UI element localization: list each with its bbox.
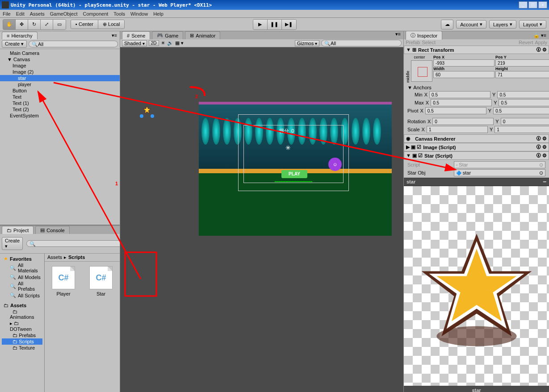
asset-player[interactable]: C#Player	[49, 266, 78, 296]
min-x-field[interactable]	[429, 91, 490, 98]
folder-dotween[interactable]: ▸ 🗀 DOTween	[2, 320, 42, 332]
menu-gameobject[interactable]: GameObject	[50, 11, 78, 17]
scene-search-input[interactable]: 🔍All	[321, 40, 402, 46]
star-component-header[interactable]: ▼ ▣ ☑ Star (Script)🛈 ⚙	[404, 151, 549, 160]
hierarchy-item-image[interactable]: Image	[0, 63, 120, 69]
canvas-renderer-header[interactable]: ◉ Canvas Renderer🛈 ⚙	[404, 134, 549, 143]
asset-star[interactable]: C#Star	[87, 266, 115, 296]
minimize-button[interactable]: _	[519, 1, 528, 8]
fx-icon[interactable]: ▦ ▾	[175, 40, 184, 46]
scene-view[interactable]: ☺ 得分 0 ✳ PLAY ▪▪▪▪▪▪▪▪▪▪▪▪▪▪▪▪▪▪▪▪▪▪▪▪▪▪…	[120, 47, 403, 392]
hierarchy-item-star[interactable]: star	[0, 75, 120, 81]
pivot-x-field[interactable]	[425, 107, 486, 114]
layout-dropdown[interactable]: Layout ▾	[519, 20, 546, 29]
close-button[interactable]: ×	[538, 1, 547, 8]
hierarchy-item-image--2-[interactable]: Image (2)	[0, 69, 120, 75]
hierarchy-item-text--2-[interactable]: Text (2)	[0, 106, 120, 113]
rect-tool[interactable]: ▭	[53, 20, 66, 29]
project-tab[interactable]: 🗀 Project	[2, 226, 34, 234]
scene-tab[interactable]: # Scene	[122, 31, 150, 39]
posy-field[interactable]	[495, 59, 549, 67]
width-field[interactable]	[433, 71, 495, 78]
rot-x-field[interactable]	[432, 118, 494, 125]
hierarchy-item-button[interactable]: Button	[0, 88, 120, 94]
hierarchy-search-input[interactable]: 🔍All	[29, 41, 118, 47]
anchors-label[interactable]: Anchors	[413, 85, 431, 90]
pause-button[interactable]: ❚❚	[268, 20, 282, 29]
max-x-field[interactable]	[431, 99, 492, 106]
hierarchy-tab[interactable]: ≡ Hierarchy	[2, 32, 38, 39]
account-dropdown[interactable]: Account ▾	[456, 20, 486, 29]
rect-transform-header[interactable]: ▼ ⊞ Rect Transform🛈 ⚙	[404, 46, 549, 54]
menu-file[interactable]: File	[3, 11, 11, 17]
favorite-all-materials[interactable]: 🔍All Materials	[2, 262, 42, 274]
starobj-field[interactable]: 🔷 star⊙	[454, 169, 545, 176]
scl-y-field[interactable]	[495, 126, 549, 133]
star-gizmo[interactable]	[142, 105, 151, 114]
menu-component[interactable]: Component	[83, 11, 108, 17]
scene-menu-icon[interactable]: ▾≡	[393, 31, 403, 39]
prefab-select[interactable]: Select	[422, 40, 436, 45]
lighting-icon[interactable]: ☀	[161, 40, 165, 46]
posx-field[interactable]	[433, 59, 495, 67]
folder-prefabs[interactable]: 🗀 Prefabs	[2, 332, 42, 338]
assets-folder[interactable]: 🗀 Assets	[2, 302, 42, 309]
prefab-revert[interactable]: Revert	[519, 40, 533, 45]
hand-tool[interactable]: ✋	[3, 20, 16, 29]
favorite-all-scripts[interactable]: 🔍All Scripts	[2, 292, 42, 299]
step-button[interactable]: ▶❚	[282, 20, 296, 29]
prefab-apply[interactable]: Apply	[535, 40, 547, 45]
audio-icon[interactable]: 🔊	[167, 40, 173, 46]
breadcrumb-scripts[interactable]: Scripts	[68, 254, 85, 260]
script-field[interactable]: ▫ Star⊙	[454, 161, 545, 168]
hierarchy-item-player[interactable]: player	[0, 81, 120, 88]
scl-x-field[interactable]	[427, 126, 488, 133]
hierarchy-item-eventsystem[interactable]: EventSystem	[0, 113, 120, 119]
pivot-center-toggle[interactable]: ▪ Center	[71, 20, 98, 29]
local-global-toggle[interactable]: ⊕ Local	[98, 20, 124, 29]
menu-help[interactable]: Help	[153, 11, 163, 17]
gizmos-dropdown[interactable]: Gizmos ▾	[295, 40, 319, 46]
cloud-button[interactable]: ☁	[441, 20, 453, 29]
height-field[interactable]	[495, 71, 549, 78]
preview-header[interactable]: star ━	[404, 178, 549, 186]
animator-tab[interactable]: ⊞ Animator	[185, 31, 220, 39]
move-tool[interactable]: ✥	[16, 20, 28, 29]
play-button[interactable]: ▶	[253, 20, 268, 29]
breadcrumb-assets[interactable]: Assets	[47, 254, 62, 260]
inspector-tab[interactable]: ⓘ Inspector	[406, 31, 442, 40]
menu-window[interactable]: Window	[130, 11, 148, 17]
project-create-button[interactable]: Create ▾	[2, 237, 23, 250]
inspector-menu-icon[interactable]: 🔒 ▾≡	[531, 33, 549, 38]
2d-toggle[interactable]: 2D	[149, 40, 159, 46]
shaded-dropdown[interactable]: Shaded ▾	[122, 40, 147, 46]
menu-edit[interactable]: Edit	[16, 11, 25, 17]
anchor-presets-button[interactable]	[411, 60, 432, 82]
scale-tool[interactable]: ⤢	[41, 20, 53, 29]
hierarchy-item-text--1-[interactable]: Text (1)	[0, 100, 120, 106]
favorite-all-models[interactable]: 🔍All Models	[2, 274, 42, 280]
menu-tools[interactable]: Tools	[113, 11, 125, 17]
layers-dropdown[interactable]: Layers ▾	[489, 20, 516, 29]
game-tab[interactable]: 🎮 Game	[152, 31, 183, 39]
console-tab[interactable]: ▤ Console	[35, 226, 69, 234]
image-component-header[interactable]: ▶ ▣ ☑ Image (Script)🛈 ⚙	[404, 143, 549, 151]
hierarchy-create-button[interactable]: Create ▾	[2, 40, 27, 48]
folder-scripts[interactable]: 🗀 Scripts	[2, 338, 42, 345]
play-game-button[interactable]: PLAY	[281, 170, 307, 178]
favorite-all-prefabs[interactable]: 🔍All Prefabs	[2, 280, 42, 292]
folder-animations[interactable]: 🗀 Animations	[2, 309, 42, 320]
hierarchy-item-canvas[interactable]: ▼ Canvas	[0, 56, 120, 63]
min-y-field[interactable]	[497, 91, 549, 98]
menu-assets[interactable]: Assets	[30, 11, 45, 17]
favorites-folder[interactable]: ★Favorites	[2, 255, 42, 262]
panel-menu-icon[interactable]: ▾≡	[109, 33, 120, 38]
max-y-field[interactable]	[499, 99, 549, 106]
maximize-button[interactable]: □	[528, 1, 537, 8]
hierarchy-item-main-camera[interactable]: Main Camera	[0, 50, 120, 56]
rotate-tool[interactable]: ↻	[28, 20, 41, 29]
folder-texture[interactable]: 🗀 Texture	[2, 345, 42, 351]
rot-y-field[interactable]	[501, 118, 549, 125]
pivot-y-field[interactable]	[493, 107, 549, 114]
hierarchy-item-text[interactable]: Text	[0, 94, 120, 100]
